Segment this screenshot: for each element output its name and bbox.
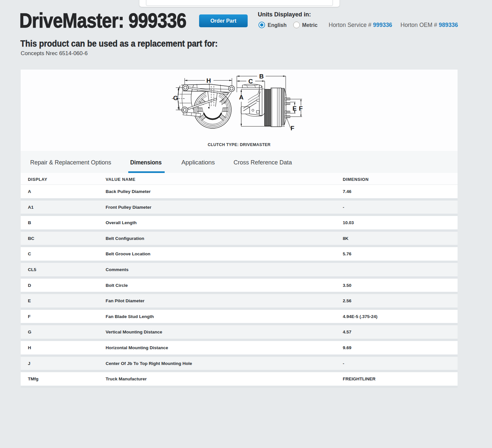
svg-text:H: H xyxy=(206,77,211,84)
svg-text:B: B xyxy=(259,74,264,80)
svg-text:F: F xyxy=(291,125,295,132)
svg-text:E: E xyxy=(293,105,297,112)
svg-text:C: C xyxy=(248,78,253,85)
svg-text:G: G xyxy=(173,95,178,101)
svg-text:F: F xyxy=(299,105,303,112)
svg-text:A: A xyxy=(239,94,244,101)
